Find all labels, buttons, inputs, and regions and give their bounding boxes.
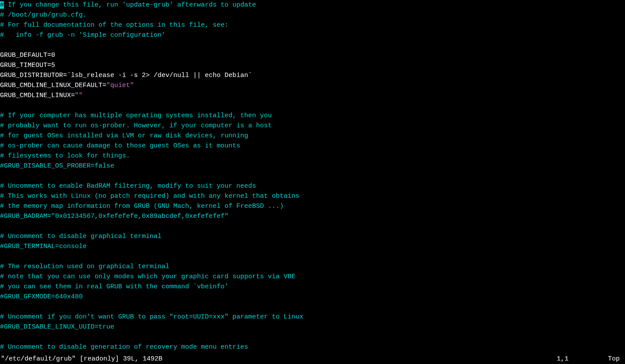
code-segment: # os-prober can cause damage to those gu…	[0, 142, 240, 150]
editor-line[interactable]: # filesystems to look for things.	[0, 151, 625, 161]
code-segment: # /boot/grub/grub.cfg.	[0, 11, 87, 19]
status-bar: "/etc/default/grub" [readonly] 39L, 1492…	[0, 354, 625, 364]
editor-line[interactable]	[0, 252, 625, 262]
code-segment: # Uncomment to disable graphical termina…	[0, 233, 162, 240]
code-segment: GRUB_DEFAULT=0	[0, 52, 55, 59]
code-segment: # Uncomment if you don't want GRUB to pa…	[0, 313, 303, 321]
code-segment: # note that you can use only modes which…	[0, 273, 295, 280]
code-segment: # The resolution used on graphical termi…	[0, 263, 169, 270]
status-scroll-position: Top	[608, 354, 620, 364]
editor-line[interactable]	[0, 332, 625, 342]
editor-line[interactable]: #GRUB_DISABLE_LINUX_UUID=true	[0, 322, 625, 332]
editor-line[interactable]: # This works with Linux (no patch requir…	[0, 191, 625, 201]
editor-line[interactable]: # the memory map information from GRUB (…	[0, 201, 625, 211]
editor-line[interactable]: # os-prober can cause damage to those gu…	[0, 141, 625, 151]
code-segment: ""	[75, 92, 83, 99]
editor-line[interactable]: # The resolution used on graphical termi…	[0, 262, 625, 272]
editor-line[interactable]: GRUB_DEFAULT=0	[0, 50, 625, 60]
code-segment: If you change this file, run 'update-gru…	[4, 1, 256, 9]
code-segment: GRUB_DISTRIBUTOR=`lsb_release -i -s 2> /…	[0, 72, 252, 79]
code-segment: #GRUB_TERMINAL=console	[0, 243, 87, 250]
code-segment: # Uncomment to disable generation of rec…	[0, 343, 248, 351]
editor-line[interactable]: #GRUB_TERMINAL=console	[0, 242, 625, 252]
editor-line[interactable]: GRUB_TIMEOUT=5	[0, 60, 625, 70]
editor-line[interactable]	[0, 302, 625, 312]
editor-line[interactable]: # probably want to run os-prober. Howeve…	[0, 121, 625, 131]
editor-line[interactable]: #GRUB_BADRAM="0x01234567,0xfefefefe,0x89…	[0, 211, 625, 221]
editor-line[interactable]: GRUB_DISTRIBUTOR=`lsb_release -i -s 2> /…	[0, 70, 625, 80]
editor-line[interactable]	[0, 171, 625, 181]
editor-line[interactable]	[0, 101, 625, 111]
editor-line[interactable]: # note that you can use only modes which…	[0, 272, 625, 282]
code-segment: "quiet"	[106, 82, 134, 89]
editor-line[interactable]: # for guest OSes installed via LVM or ra…	[0, 131, 625, 141]
code-segment: #GRUB_DISABLE_OS_PROBER=false	[0, 162, 114, 170]
editor-line[interactable]	[0, 221, 625, 231]
code-segment: # the memory map information from GRUB (…	[0, 203, 284, 210]
status-left: "/etc/default/grub" [readonly] 39L, 1492…	[1, 354, 162, 364]
code-segment: # Uncomment to enable BadRAM filtering, …	[0, 182, 256, 190]
editor-line[interactable]: # info -f grub -n 'Simple configuration'	[0, 30, 625, 40]
code-segment: # probably want to run os-prober. Howeve…	[0, 122, 272, 130]
editor-line[interactable]: GRUB_CMDLINE_LINUX_DEFAULT="quiet"	[0, 80, 625, 91]
code-segment: # For full documentation of the options …	[0, 21, 228, 29]
editor-line[interactable]: #GRUB_DISABLE_OS_PROBER=false	[0, 161, 625, 171]
code-segment: GRUB_TIMEOUT=5	[0, 62, 55, 69]
editor-line[interactable]	[0, 40, 625, 50]
code-segment: #GRUB_BADRAM="0x01234567,0xfefefefe,0x89…	[0, 213, 228, 220]
code-segment: # info -f grub -n 'Simple configuration'	[0, 32, 165, 39]
editor-line[interactable]: # Uncomment to enable BadRAM filtering, …	[0, 181, 625, 191]
code-segment: # you can see them in real GRUB with the…	[0, 283, 228, 290]
code-segment: #GRUB_DISABLE_LINUX_UUID=true	[0, 323, 114, 331]
code-segment: # filesystems to look for things.	[0, 152, 130, 160]
status-file-stats: 39L, 1492B	[123, 355, 162, 363]
status-filename: "/etc/default/grub"	[1, 355, 76, 363]
code-segment: # If your computer has multiple operatin…	[0, 112, 272, 119]
editor-line[interactable]: # For full documentation of the options …	[0, 20, 625, 30]
editor-line[interactable]: # Uncomment to disable graphical termina…	[0, 231, 625, 242]
editor-line[interactable]: #GRUB_GFXMODE=640x480	[0, 292, 625, 302]
code-segment: #GRUB_GFXMODE=640x480	[0, 293, 83, 301]
code-segment: # This works with Linux (no patch requir…	[0, 192, 299, 200]
editor-line[interactable]: # you can see them in real GRUB with the…	[0, 282, 625, 292]
code-segment: GRUB_CMDLINE_LINUX=	[0, 92, 75, 99]
editor-line[interactable]: # Uncomment to disable generation of rec…	[0, 342, 625, 352]
editor-line[interactable]: GRUB_CMDLINE_LINUX=""	[0, 91, 625, 101]
editor-line[interactable]: # If your computer has multiple operatin…	[0, 111, 625, 121]
code-segment: # for guest OSes installed via LVM or ra…	[0, 132, 248, 140]
status-cursor-position: 1,1	[557, 354, 569, 364]
editor-line[interactable]: # If you change this file, run 'update-g…	[0, 0, 625, 10]
editor-content[interactable]: # If you change this file, run 'update-g…	[0, 0, 625, 352]
editor-line[interactable]: # Uncomment if you don't want GRUB to pa…	[0, 312, 625, 322]
code-segment: #	[0, 1, 4, 9]
status-right: 1,1 Top	[557, 354, 624, 364]
editor-line[interactable]: # /boot/grub/grub.cfg.	[0, 10, 625, 20]
code-segment: GRUB_CMDLINE_LINUX_DEFAULT=	[0, 82, 106, 89]
status-readonly: [readonly]	[80, 355, 119, 363]
